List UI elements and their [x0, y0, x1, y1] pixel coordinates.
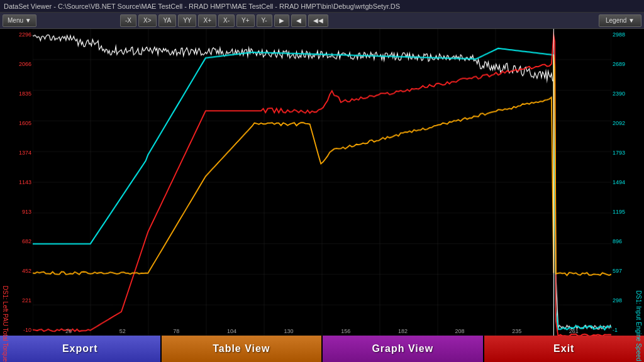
y-ticks-right: 2988268923902092179314941195896597298-1 [613, 29, 635, 336]
x-tick: 208 [455, 328, 465, 334]
y-tick-left: 913 [9, 209, 31, 215]
bottom-bar: Export Table View Graph View Exit [0, 336, 644, 362]
legend-button[interactable]: Legend ▼ [599, 14, 641, 27]
y-tick-right: 2689 [613, 61, 635, 67]
y-tick-right: 2988 [613, 31, 635, 38]
y-tick-left: -10 [9, 327, 31, 333]
x-tick: 52 [119, 328, 126, 334]
y-tick-left: 1835 [9, 90, 31, 97]
x-tick: 235 [512, 328, 521, 334]
toolbar: Menu ▼ -X X> YA YY X+ X- Y+ Y- ▶ ◀ ◀◀ Le… [0, 13, 644, 29]
x-tick: 261 [569, 328, 579, 334]
x-tick: 104 [227, 328, 236, 334]
x-ticks: 265278104130156182208235261 [65, 328, 579, 334]
toolbar-btn-xplus[interactable]: X+ [198, 14, 216, 27]
y-tick-left: 2066 [9, 61, 31, 67]
x-tick: 130 [284, 328, 294, 334]
y-tick-right: 896 [613, 238, 635, 244]
y-tick-left: 452 [9, 268, 31, 274]
y-ticks-left: 229620661835160513741143913682452221-10 [9, 29, 31, 336]
toolbar-btn-xminus[interactable]: -X [120, 14, 136, 27]
toolbar-btn-xforward[interactable]: X> [138, 14, 157, 27]
export-button[interactable]: Export [0, 336, 162, 362]
title-bar: DataSet Viewer - C:\Source\VB.NET Source… [0, 0, 644, 13]
toolbar-btn-xm[interactable]: X- [218, 14, 235, 27]
x-tick: 156 [341, 328, 350, 334]
chart-area: DS1: Left PAU Total Torque (Ft Lbs) 2296… [0, 29, 644, 336]
y-tick-left: 1374 [9, 150, 31, 156]
y-tick-left: 682 [9, 238, 31, 244]
y-tick-right: 298 [613, 297, 635, 304]
toolbar-btn-play[interactable]: ▶ [274, 14, 289, 27]
toolbar-btn-yy[interactable]: YY [178, 14, 196, 27]
toolbar-btn-yminus[interactable]: Y- [257, 14, 272, 27]
y-tick-left: 1143 [9, 179, 31, 185]
y-tick-right: 597 [613, 268, 635, 274]
y-tick-right: 1494 [613, 179, 635, 185]
y-tick-right: 2092 [613, 120, 635, 126]
y-tick-left: 2296 [9, 31, 31, 38]
exit-button[interactable]: Exit [484, 336, 645, 362]
y-tick-right: 1195 [613, 209, 635, 215]
menu-button[interactable]: Menu ▼ [3, 14, 36, 27]
y-tick-right: -1 [613, 327, 635, 333]
x-tick: 78 [173, 328, 179, 334]
table-view-button[interactable]: Table View [162, 336, 323, 362]
y-tick-left: 221 [9, 297, 31, 304]
graph-view-button[interactable]: Graph View [323, 336, 484, 362]
chart-canvas-wrapper: 265278104130156182208235261 [33, 29, 611, 336]
main-chart [33, 29, 611, 336]
title-text: DataSet Viewer - C:\Source\VB.NET Source… [4, 3, 400, 10]
toolbar-btn-yplus[interactable]: Y+ [236, 14, 255, 27]
toolbar-btn-backback[interactable]: ◀◀ [308, 14, 328, 27]
y-tick-right: 2390 [613, 90, 635, 97]
y-tick-right: 1793 [613, 150, 635, 156]
toolbar-btn-ya[interactable]: YA [158, 14, 177, 27]
y-tick-left: 1605 [9, 120, 31, 126]
y-axis-right-label: DS1: Input Engine Speed (RPM) [634, 182, 643, 362]
x-tick: 26 [65, 328, 72, 334]
x-tick: 182 [398, 328, 408, 334]
toolbar-btn-back[interactable]: ◀ [291, 14, 306, 27]
